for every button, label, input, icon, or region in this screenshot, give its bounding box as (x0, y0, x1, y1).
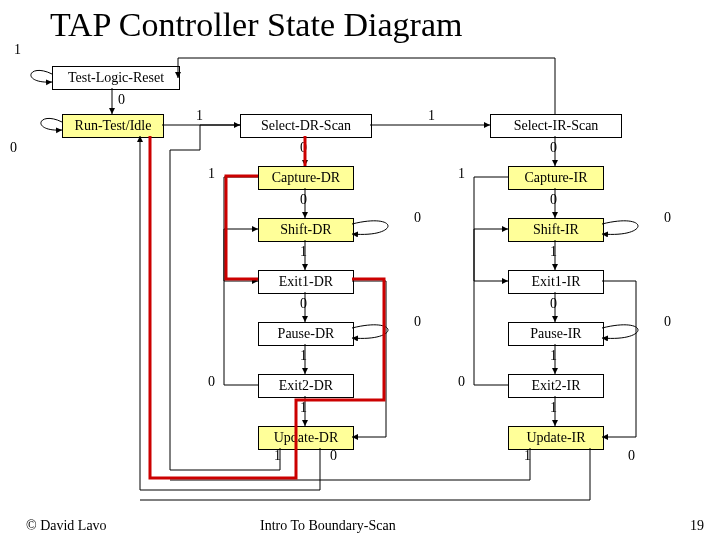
page-number: 19 (690, 518, 704, 534)
label-udr-1: 1 (274, 448, 281, 464)
footer-copyright: © David Lavo (26, 518, 107, 534)
label-sir-loop: 0 (664, 210, 671, 226)
label-sir-e1i: 1 (550, 244, 557, 260)
label-udr-0: 0 (330, 448, 337, 464)
state-e1d: Exit1-DR (258, 270, 354, 294)
label-cir-sir: 0 (550, 192, 557, 208)
label-sis-cir: 0 (550, 140, 557, 156)
label-sds-cdr: 0 (300, 140, 307, 156)
label-sdr-e1d: 1 (300, 244, 307, 260)
label-e1d-pdr: 0 (300, 296, 307, 312)
state-sdr: Shift-DR (258, 218, 354, 242)
label-e1i-pir: 0 (550, 296, 557, 312)
label-sds-sis: 1 (428, 108, 435, 124)
state-e2i: Exit2-IR (508, 374, 604, 398)
label-rti-loop: 0 (10, 140, 17, 156)
label-uir-0: 0 (628, 448, 635, 464)
footer-course: Intro To Boundary-Scan (260, 518, 396, 534)
state-cdr: Capture-DR (258, 166, 354, 190)
state-udr: Update-DR (258, 426, 354, 450)
state-sds: Select-DR-Scan (240, 114, 372, 138)
label-pir-loop: 0 (664, 314, 671, 330)
label-e2d-in: 0 (208, 374, 215, 390)
label-cdr-sdr: 0 (300, 192, 307, 208)
state-pdr: Pause-DR (258, 322, 354, 346)
state-sir: Shift-IR (508, 218, 604, 242)
label-cir-in: 1 (458, 166, 465, 182)
state-cir: Capture-IR (508, 166, 604, 190)
label-e2i-in: 0 (458, 374, 465, 390)
label-cdr-in: 1 (208, 166, 215, 182)
label-tlr-loop: 1 (14, 42, 21, 58)
label-uir-1: 1 (524, 448, 531, 464)
state-pir: Pause-IR (508, 322, 604, 346)
page-title: TAP Controller State Diagram (50, 6, 462, 44)
state-rti: Run-Test/Idle (62, 114, 164, 138)
state-uir: Update-IR (508, 426, 604, 450)
label-sdr-loop: 0 (414, 210, 421, 226)
label-tlr-rti: 0 (118, 92, 125, 108)
label-rti-sds: 1 (196, 108, 203, 124)
label-e2d-udr: 1 (300, 400, 307, 416)
label-e2i-uir: 1 (550, 400, 557, 416)
label-pdr-loop: 0 (414, 314, 421, 330)
state-e1i: Exit1-IR (508, 270, 604, 294)
state-e2d: Exit2-DR (258, 374, 354, 398)
state-sis: Select-IR-Scan (490, 114, 622, 138)
label-pdr-e2d: 1 (300, 348, 307, 364)
label-pir-e2i: 1 (550, 348, 557, 364)
state-tlr: Test-Logic-Reset (52, 66, 180, 90)
